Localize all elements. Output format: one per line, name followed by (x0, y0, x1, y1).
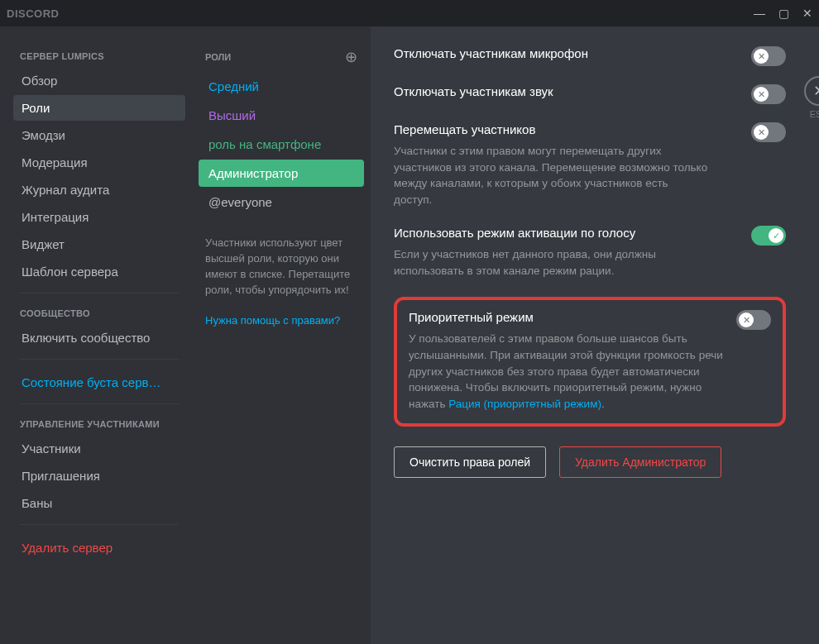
window-maximize[interactable]: ▢ (778, 7, 789, 20)
add-role-icon[interactable]: ⊕ (345, 51, 357, 63)
roles-hint-text: Участники используют цвет высшей роли, к… (199, 227, 364, 306)
perm-priority-toggle[interactable]: ✕ (736, 310, 771, 330)
sidebar-item-enable-community[interactable]: Включить сообщество (13, 325, 185, 351)
check-icon: ✓ (773, 231, 780, 241)
priority-hotkey-link[interactable]: Рация (приоритетный режим) (448, 398, 601, 410)
perm-voice-activity-title: Использовать режим активации по голосу (394, 226, 708, 240)
sidebar-item-invites[interactable]: Приглашения (13, 463, 185, 489)
sidebar-item-template[interactable]: Шаблон сервера (13, 259, 185, 284)
roles-list-column: РОЛИ ⊕ Средний Высший роль на смартфоне … (192, 26, 371, 644)
x-icon: ✕ (758, 90, 765, 99)
x-icon: ✕ (743, 316, 750, 325)
clear-permissions-button[interactable]: Очистить права ролей (394, 446, 546, 478)
perm-move-toggle[interactable]: ✕ (751, 122, 786, 142)
sidebar-header-members: УПРАВЛЕНИЕ УЧАСТНИКАМИ (13, 414, 185, 434)
esc-label: ESC (804, 109, 819, 119)
perm-mute-title: Отключать участникам микрофон (394, 46, 588, 60)
sidebar-item-roles[interactable]: Роли (13, 95, 185, 121)
permissions-content: Отключать участникам микрофон ✕ Отключат… (371, 26, 819, 644)
sidebar-item-bans[interactable]: Баны (13, 490, 185, 516)
role-item-medium[interactable]: Средний (199, 73, 364, 100)
sidebar-header-server: СЕРВЕР LUMPICS (13, 46, 185, 66)
role-item-high[interactable]: Высший (199, 102, 364, 129)
sidebar-item-widget[interactable]: Виджет (13, 231, 185, 257)
sidebar-item-audit-log[interactable]: Журнал аудита (13, 177, 185, 203)
perm-priority-title: Приоритетный режим (409, 310, 736, 324)
window-close[interactable]: ✕ (802, 7, 812, 20)
sidebar-item-boost-status[interactable]: Состояние буста серв… (13, 370, 185, 395)
sidebar-header-community: СООБЩЕСТВО (13, 303, 185, 323)
perm-priority-desc: У пользователей с этим правом больше шан… (409, 331, 736, 412)
priority-highlight-box: Приоритетный режим У пользователей с эти… (394, 297, 786, 427)
perm-move-desc: Участники с этим правом могут перемещать… (394, 143, 708, 208)
x-icon: ✕ (758, 52, 765, 61)
role-item-everyone[interactable]: @everyone (199, 188, 364, 216)
perm-mute-toggle[interactable]: ✕ (751, 46, 786, 66)
perm-deafen-title: Отключать участникам звук (394, 84, 553, 98)
settings-sidebar: СЕРВЕР LUMPICS Обзор Роли Эмодзи Модерац… (0, 26, 192, 644)
sidebar-item-delete-server[interactable]: Удалить сервер (13, 535, 185, 561)
role-item-smartphone[interactable]: роль на смартфоне (199, 131, 364, 158)
roles-help-link[interactable]: Нужна помощь с правами? (199, 306, 364, 335)
sidebar-item-moderation[interactable]: Модерация (13, 150, 185, 175)
sidebar-item-emoji[interactable]: Эмодзи (13, 122, 185, 148)
roles-header-label: РОЛИ (205, 52, 231, 62)
sidebar-item-integration[interactable]: Интеграция (13, 204, 185, 230)
perm-voice-activity-desc: Если у участников нет данного права, они… (394, 246, 708, 279)
perm-voice-activity-toggle[interactable]: ✓ (751, 226, 786, 246)
sidebar-item-overview[interactable]: Обзор (13, 68, 185, 93)
delete-role-button[interactable]: Удалить Администратор (559, 446, 721, 478)
perm-move-title: Перемещать участников (394, 122, 708, 136)
role-item-admin[interactable]: Администратор (199, 160, 364, 187)
x-icon: ✕ (758, 128, 765, 137)
app-logo: DISCORD (7, 7, 59, 20)
window-minimize[interactable]: — (754, 7, 765, 20)
perm-deafen-toggle[interactable]: ✕ (751, 84, 786, 104)
sidebar-item-members[interactable]: Участники (13, 436, 185, 461)
close-settings-button[interactable]: ✕ (804, 76, 819, 106)
